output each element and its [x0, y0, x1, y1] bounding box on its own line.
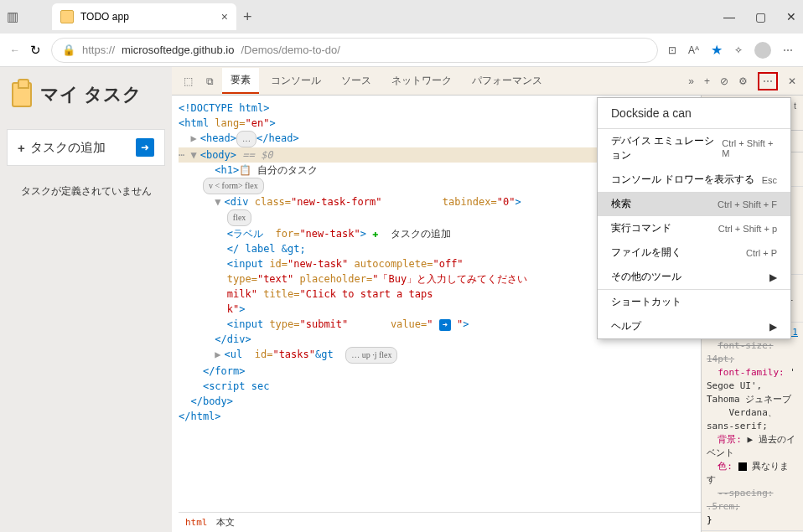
div-close: </div> — [215, 333, 251, 345]
tabs-overview-icon[interactable]: ▥ — [7, 9, 18, 24]
settings-icon[interactable]: ⋯ — [783, 44, 793, 56]
add-task-input[interactable]: + タスクの追加 ➜ — [7, 129, 165, 166]
clipboard-icon — [12, 82, 32, 107]
close-devtools-icon[interactable]: ✕ — [788, 75, 796, 87]
menu-item[interactable]: 検索Ctrl + Shift + F — [598, 192, 790, 216]
close-tab-icon[interactable]: × — [221, 10, 228, 23]
tab-performance[interactable]: パフォーマンス — [464, 69, 551, 93]
menu-item[interactable]: ファイルを開くCtrl + P — [598, 240, 790, 265]
html-close: </html> — [179, 411, 221, 422]
issues-icon[interactable]: ⊘ — [720, 75, 728, 87]
label-tag[interactable]: <ラベル for="new-task"> — [227, 228, 366, 240]
more-options-icon[interactable]: ⋯ — [758, 72, 778, 90]
url-prefix: https:// — [82, 44, 115, 56]
lock-icon: 🔒 — [62, 44, 75, 56]
tab-title: TODO app — [80, 11, 129, 23]
tab-sources[interactable]: ソース — [333, 69, 380, 93]
submit-input[interactable]: <input type="submit" value=" ➜ "> — [227, 318, 469, 330]
label-close: </ label &gt; — [227, 243, 306, 255]
h1-tag[interactable]: <h1> — [215, 164, 239, 176]
reader-icon[interactable]: ⊡ — [668, 44, 676, 56]
tab-network[interactable]: ネットワーク — [383, 69, 460, 93]
rule-body[interactable]: basecss.1 body { font-size: 14pt; font-f… — [702, 323, 803, 531]
gear-icon[interactable]: ⚙ — [738, 75, 748, 87]
div-tag[interactable]: <div class="new-task-form" tabindex="0"> — [225, 196, 521, 208]
flex-badge: flex — [227, 209, 252, 226]
collections-icon[interactable]: ✧ — [734, 44, 743, 56]
menu-item[interactable]: デバイス エミュレーションCtrl + Shift + M — [598, 129, 790, 168]
more-tabs-icon[interactable]: » — [688, 75, 694, 87]
maximize-button[interactable]: ▢ — [755, 10, 766, 23]
text-size-icon[interactable]: Aᴬ — [688, 44, 699, 56]
form-pill: v < form> flex — [203, 178, 264, 194]
url-path: /Demos/demo-to-do/ — [241, 44, 340, 56]
plus-icon: + — [18, 141, 25, 155]
no-tasks-message: タスクが定義されていません — [0, 173, 172, 210]
new-tab-button[interactable]: + — [243, 8, 252, 26]
devtools-tabs: ⬚ ⧉ 要素 コンソール ソース ネットワーク パフォーマンス » + ⊘ ⚙ … — [172, 67, 803, 96]
menu-item[interactable]: 実行コマンドCtrl + Shift + p — [598, 216, 790, 240]
favorite-icon[interactable]: ★ — [711, 42, 723, 58]
input-tag[interactable]: <input id="new-task" autocomplete="off" — [227, 258, 464, 270]
url-host: microsoftedge.github.io — [122, 44, 234, 56]
url-input[interactable]: 🔒 https://microsoftedge.github.io/Demos/… — [51, 38, 658, 63]
refresh-button[interactable]: ↻ — [30, 43, 41, 58]
close-window-button[interactable]: ✕ — [786, 10, 796, 23]
submit-arrow-icon[interactable]: ➜ — [136, 138, 154, 157]
browser-tab[interactable]: TODO app × — [52, 3, 236, 30]
add-task-label: タスクの追加 — [30, 140, 106, 156]
menu-item[interactable]: ショートカット — [598, 290, 790, 314]
favicon-icon — [60, 10, 74, 23]
tab-elements[interactable]: 要素 — [222, 68, 259, 94]
device-icon[interactable]: ⧉ — [201, 75, 219, 87]
page-title-text: マイ タスク — [40, 82, 142, 107]
html-tag[interactable]: <html lang="en"> — [179, 117, 276, 129]
address-bar: ← ↻ 🔒 https://microsoftedge.github.io/De… — [0, 34, 803, 67]
head-tag[interactable]: <head> — [200, 132, 236, 144]
page-title: マイ タスク — [0, 67, 172, 122]
menu-title: Dockside a can — [598, 98, 790, 128]
breadcrumbs[interactable]: html本文 — [179, 512, 701, 532]
menu-item[interactable]: ヘルプ▶ — [598, 314, 790, 338]
ul-tag[interactable]: <ul id="tasks"&gt — [225, 349, 334, 360]
profile-icon[interactable] — [754, 42, 771, 59]
script-tag[interactable]: <script sec — [203, 380, 269, 392]
minimize-button[interactable]: — — [723, 10, 735, 23]
tab-console[interactable]: コンソール — [262, 69, 329, 93]
add-tab-icon[interactable]: + — [704, 75, 710, 87]
menu-item[interactable]: その他のツール▶ — [598, 265, 790, 289]
menu-item[interactable]: コンソール ドロワーを表示するEsc — [598, 168, 790, 192]
page-preview: マイ タスク + タスクの追加 ➜ タスクが定義されていません — [0, 67, 172, 532]
inspect-icon[interactable]: ⬚ — [179, 75, 198, 87]
devtools-context-menu: Dockside a can デバイス エミュレーションCtrl + Shift… — [597, 97, 791, 339]
titlebar: ▥ TODO app × + — ▢ ✕ — [0, 0, 803, 34]
back-button[interactable]: ← — [10, 44, 20, 56]
form-close: </form> — [203, 365, 246, 377]
body-close: </body> — [190, 395, 233, 407]
doctype: <!DOCTYPE html> — [179, 102, 269, 114]
